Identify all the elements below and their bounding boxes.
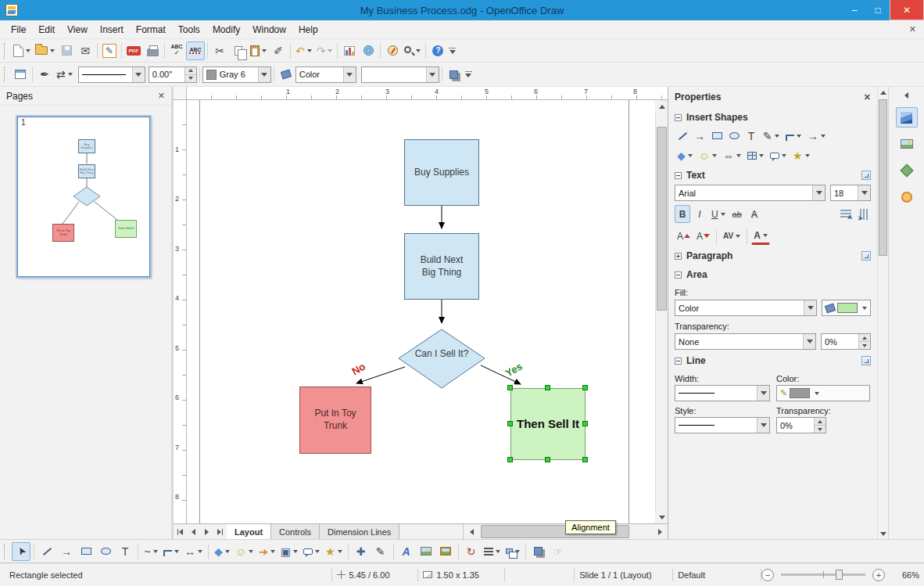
line-width-combo[interactable] (675, 385, 770, 401)
sidebar-close-button[interactable]: ✕ (864, 92, 871, 102)
zoom-in-button[interactable]: + (872, 569, 885, 581)
menu-tools[interactable]: Tools (172, 22, 206, 38)
expand-icon[interactable] (675, 253, 682, 260)
scroll-track[interactable] (878, 98, 888, 528)
selection-handle-ne[interactable] (582, 385, 588, 390)
scroll-thumb[interactable] (657, 127, 667, 311)
section-insert-shapes[interactable]: Insert Shapes (668, 107, 877, 126)
flowchart-shape-put-in-toy-trunk[interactable]: Put In Toy Trunk (299, 386, 371, 454)
flowchart-shape-buy-supplies[interactable]: Buy Supplies (404, 139, 479, 206)
line-color-button[interactable]: ✎ (776, 385, 870, 401)
scroll-left-button[interactable] (464, 526, 479, 538)
area-fill-type-combo[interactable]: Color (675, 300, 817, 316)
strikethrough-button[interactable]: ab (729, 205, 745, 223)
connector-tool-button[interactable] (161, 542, 181, 561)
deck-gallery-button[interactable] (896, 134, 918, 154)
more-options-icon[interactable] (861, 251, 871, 261)
collapse-icon[interactable] (675, 172, 682, 179)
area-fill-color-button[interactable] (822, 300, 871, 316)
deck-navigator-button[interactable] (896, 187, 918, 207)
menu-format[interactable]: Format (130, 22, 172, 38)
next-page-button[interactable] (200, 524, 213, 539)
arrange-button[interactable] (503, 542, 522, 561)
insert-rectangle-button[interactable] (709, 127, 725, 145)
new-document-button[interactable] (11, 41, 33, 60)
text-direction-ttb-button[interactable] (855, 205, 871, 223)
spin-up-button[interactable] (859, 334, 870, 342)
bold-button[interactable]: B (675, 205, 690, 223)
lines-arrows-button[interactable]: ↔ (182, 542, 205, 561)
selection-handle-nw[interactable] (507, 385, 513, 390)
star-shapes-button[interactable]: ★ (323, 542, 345, 561)
maximize-button[interactable]: □ (866, 0, 890, 20)
save-button[interactable] (57, 41, 76, 60)
sidebar-collapse-button[interactable] (904, 90, 908, 101)
scroll-thumb[interactable] (879, 99, 887, 256)
menu-help[interactable]: Help (292, 22, 324, 38)
arrow-style-button[interactable]: ⇄ (54, 65, 75, 84)
vertical-ruler[interactable]: 1 2 3 4 5 6 7 8 (174, 100, 187, 523)
text-direction-ltr-button[interactable] (838, 205, 854, 223)
decrease-font-button[interactable]: A (694, 227, 712, 245)
font-color-button[interactable]: A (751, 227, 770, 245)
undo-button[interactable]: ↶ (293, 41, 314, 60)
line-width-spinner[interactable]: 0.00" (149, 67, 197, 83)
navigator-button[interactable] (383, 41, 402, 60)
line-tool-button[interactable] (38, 542, 56, 561)
zoom-slider-thumb[interactable] (836, 570, 843, 580)
basic-shapes-button[interactable]: ◆ (675, 146, 695, 164)
zoom-slider[interactable] (781, 573, 865, 576)
styles-button[interactable] (11, 65, 30, 84)
horizontal-ruler[interactable]: 1 2 3 4 5 6 7 8 (187, 87, 668, 100)
zoom-button[interactable] (402, 41, 423, 60)
cut-button[interactable]: ✂ (210, 41, 229, 60)
line-width-dropdown-button[interactable] (757, 386, 769, 401)
collapse-icon[interactable] (675, 358, 682, 365)
shadow-button[interactable] (445, 65, 464, 84)
scroll-track[interactable] (656, 113, 668, 511)
fontwork-button[interactable]: A (397, 542, 416, 561)
tab-layout[interactable]: Layout (227, 524, 271, 539)
line-dialog-button[interactable]: ✒ (35, 65, 54, 84)
page-style[interactable]: Default (673, 563, 761, 586)
line-style-combo[interactable] (78, 67, 145, 83)
selection-handle-s[interactable] (545, 457, 550, 462)
flowchart-shape-build-next-big-thing[interactable]: Build Next Big Thing (404, 233, 479, 300)
arrow-tool-button[interactable]: → (57, 542, 76, 561)
block-arrows-button[interactable]: ⇔ (721, 146, 743, 164)
font-size-combo[interactable]: 18 (830, 185, 871, 201)
deck-styles-button[interactable] (896, 160, 918, 181)
close-button[interactable]: ✕ (890, 0, 924, 20)
menu-insert[interactable]: Insert (94, 22, 130, 38)
sidebar-scrollbar[interactable] (877, 87, 888, 539)
menu-modify[interactable]: Modify (206, 22, 246, 38)
line-style-dropdown-button[interactable] (132, 67, 145, 82)
toolbar-grip[interactable] (4, 544, 7, 559)
deck-properties-button[interactable] (896, 107, 918, 128)
scroll-right-button[interactable] (652, 526, 668, 538)
zoom-out-button[interactable]: − (761, 569, 774, 581)
gallery-button[interactable] (436, 542, 455, 561)
symbol-shapes-button[interactable]: ☺ (233, 542, 256, 561)
previous-page-button[interactable] (187, 524, 200, 539)
tab-dimension-lines[interactable]: Dimension Lines (320, 524, 399, 539)
insert-text-button[interactable]: T (743, 127, 759, 145)
fill-color-combo[interactable] (361, 67, 439, 83)
rotate-button[interactable]: ↻ (462, 542, 481, 561)
page-thumbnail[interactable]: 1 Buy Supplies Build Next Big Thing Put … (17, 117, 150, 277)
spin-down-button[interactable] (859, 342, 870, 349)
line-style-dropdown-button[interactable] (757, 418, 769, 433)
drawing-canvas[interactable]: Buy Supplies Build Next Big Thing Can I … (187, 100, 655, 523)
menu-window[interactable]: Window (246, 22, 292, 38)
toolbar-grip[interactable] (4, 67, 7, 82)
copy-button[interactable] (229, 41, 248, 60)
flowchart-shape-then-sell-it-selected[interactable]: Then Sell It (510, 388, 586, 460)
fill-type-combo[interactable]: Color (295, 67, 356, 83)
insert-chart-button[interactable] (340, 41, 359, 60)
section-line[interactable]: Line (668, 351, 877, 369)
export-pdf-button[interactable]: PDF (124, 41, 143, 60)
selection-handle-n[interactable] (545, 385, 550, 390)
open-button[interactable] (33, 41, 57, 60)
tab-controls[interactable]: Controls (271, 524, 320, 539)
insert-arrow-button[interactable]: → (692, 127, 707, 145)
